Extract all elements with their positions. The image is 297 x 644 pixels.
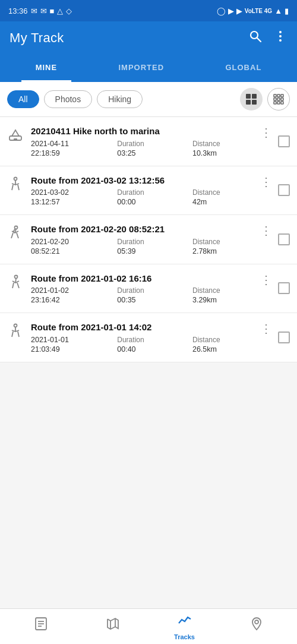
svg-rect-6 [252, 94, 257, 99]
svg-rect-5 [246, 94, 251, 99]
track-menu-icon[interactable]: ⋮ [257, 273, 276, 287]
track-time: 23:16:42 [31, 296, 105, 304]
view-tiles-button[interactable] [240, 88, 263, 111]
layers-icon: △ [57, 7, 63, 15]
track-distance: 10.3km [192, 149, 257, 157]
tab-bar: MINE IMPORTED GLOBAL [0, 55, 297, 82]
filter-all[interactable]: All [7, 90, 39, 108]
track-type-icon [6, 274, 25, 295]
track-time: 21:03:49 [31, 345, 105, 353]
nav-waypoints[interactable] [220, 616, 292, 637]
svg-point-44 [255, 620, 258, 624]
svg-point-21 [14, 177, 17, 180]
nav-tracks-label: Tracks [174, 633, 195, 640]
track-checkbox[interactable] [278, 184, 290, 196]
nav-tracks[interactable]: Tracks [148, 613, 220, 640]
distance-label: Distance [192, 188, 257, 197]
filter-photos[interactable]: Photos [44, 90, 93, 108]
track-date: 2021-03-02 [31, 188, 105, 197]
svg-rect-14 [281, 98, 283, 100]
track-checkbox[interactable] [278, 233, 290, 245]
app-header: My Track [0, 21, 297, 55]
track-distance: 42m [192, 198, 257, 206]
nav-map[interactable] [77, 616, 148, 637]
track-menu-icon[interactable]: ⋮ [257, 175, 276, 189]
svg-line-1 [257, 38, 261, 42]
track-title: Route from 2021-03-02 13:12:56 [31, 175, 257, 187]
svg-rect-15 [274, 102, 276, 104]
gps-icon: ▶ [228, 7, 234, 15]
track-checkbox[interactable] [278, 135, 290, 147]
track-list: 20210411 Hike north to marina 2021-04-11… [0, 117, 297, 362]
track-distance: 26.5km [192, 345, 257, 353]
svg-rect-8 [252, 100, 257, 105]
alarm-icon: ◯ [217, 7, 226, 15]
svg-rect-20 [14, 138, 17, 141]
track-duration: 03:25 [117, 149, 181, 157]
track-menu-icon[interactable]: ⋮ [257, 125, 276, 140]
duration-label: Duration [117, 188, 181, 197]
track-item[interactable]: 20210411 Hike north to marina 2021-04-11… [0, 117, 297, 166]
filter-bar: All Photos Hiking [0, 82, 297, 117]
track-meta: 2021-02-20 Duration Distance 08:52:21 05… [31, 238, 257, 255]
track-type-icon [6, 176, 25, 197]
svg-point-30 [15, 275, 18, 278]
nav-notes[interactable] [5, 616, 77, 637]
tab-global[interactable]: GLOBAL [211, 55, 276, 82]
track-time: 13:12:57 [31, 198, 105, 206]
svg-point-3 [279, 35, 282, 37]
track-item[interactable]: Route from 2021-03-02 13:12:56 2021-03-0… [0, 166, 297, 216]
tab-mine[interactable]: MINE [21, 55, 72, 82]
track-duration: 00:35 [117, 296, 181, 304]
distance-label: Distance [192, 336, 257, 344]
svg-line-33 [17, 283, 19, 288]
svg-line-32 [12, 283, 14, 288]
message-icon: ✉ [31, 7, 37, 15]
track-menu-icon[interactable]: ⋮ [257, 321, 276, 336]
svg-marker-19 [12, 130, 19, 136]
bottom-nav: Tracks [0, 608, 297, 644]
track-checkbox[interactable] [278, 282, 290, 294]
svg-line-27 [11, 233, 13, 238]
track-title: Route from 2021-02-20 08:52:21 [31, 223, 257, 235]
svg-rect-9 [274, 94, 276, 97]
track-distance: 3.29km [192, 296, 257, 304]
track-details: Route from 2021-03-02 13:12:56 2021-03-0… [31, 175, 257, 207]
time-display: 13:36 [8, 7, 28, 15]
tab-imported[interactable]: IMPORTED [104, 55, 178, 82]
view-grid-button[interactable] [267, 88, 290, 111]
track-title: 20210411 Hike north to marina [31, 125, 257, 137]
svg-rect-11 [281, 94, 283, 97]
track-details: Route from 2021-01-01 14:02 2021-01-01 D… [31, 321, 257, 353]
track-date: 2021-02-20 [31, 238, 105, 246]
duration-label: Duration [117, 286, 181, 295]
svg-point-4 [279, 39, 282, 42]
location-pin-icon [249, 616, 264, 635]
svg-rect-13 [277, 98, 280, 100]
track-item[interactable]: Route from 2021-02-20 08:52:21 2021-02-2… [0, 215, 297, 264]
track-duration: 05:39 [117, 247, 181, 255]
track-checkbox[interactable] [278, 332, 290, 343]
key-icon: ▶ [236, 7, 242, 15]
svg-line-37 [18, 332, 19, 337]
signal-icon: ▲ [274, 7, 282, 15]
duration-label: Duration [117, 336, 181, 344]
filter-hiking[interactable]: Hiking [97, 90, 143, 108]
search-icon[interactable] [248, 29, 263, 47]
shield-icon: ■ [50, 7, 55, 15]
track-details: Route from 2021-01-02 16:16 2021-01-02 D… [31, 273, 257, 305]
track-duration: 00:40 [117, 345, 181, 353]
svg-point-2 [279, 31, 282, 33]
track-time: 22:18:59 [31, 149, 105, 157]
track-item[interactable]: Route from 2021-01-02 16:16 2021-01-02 D… [0, 264, 297, 314]
track-details: Route from 2021-02-20 08:52:21 2021-02-2… [31, 223, 257, 255]
track-meta: 2021-03-02 Duration Distance 13:12:57 00… [31, 188, 257, 206]
track-menu-icon[interactable]: ⋮ [257, 223, 276, 238]
more-icon[interactable] [273, 29, 287, 47]
tracks-icon [177, 613, 192, 632]
track-item[interactable]: Route from 2021-01-01 14:02 2021-01-01 D… [0, 313, 297, 362]
track-type-icon [6, 127, 25, 147]
map-icon [105, 616, 121, 635]
svg-rect-17 [281, 102, 283, 104]
distance-label: Distance [192, 286, 257, 295]
